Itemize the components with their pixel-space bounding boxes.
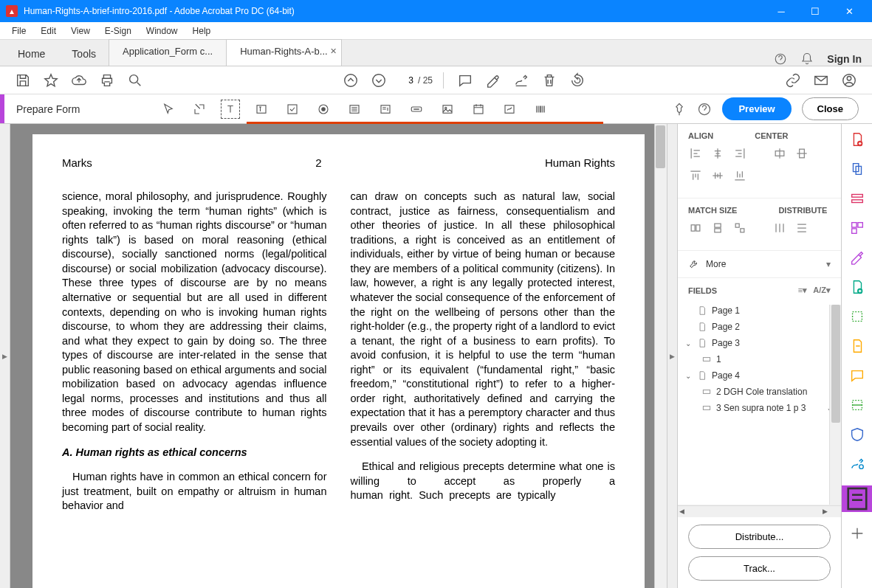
comment-tool-icon[interactable] — [849, 367, 865, 384]
fill-sign-icon[interactable] — [849, 338, 865, 354]
left-panel-toggle[interactable]: ▶ — [0, 124, 10, 588]
more-tools-icon[interactable] — [849, 525, 865, 542]
delete-icon[interactable] — [541, 72, 557, 89]
tree-field[interactable]: 1 — [684, 351, 835, 367]
help-circle-icon[interactable] — [697, 102, 712, 117]
more-options[interactable]: More ▾ — [678, 251, 841, 278]
checkbox-icon[interactable] — [284, 100, 301, 118]
distribute-vert-icon[interactable] — [794, 221, 809, 235]
rotate-icon[interactable] — [569, 72, 586, 89]
organize-icon[interactable] — [849, 220, 865, 236]
menu-edit[interactable]: Edit — [33, 24, 63, 38]
barcode-icon[interactable] — [532, 100, 549, 118]
star-icon[interactable] — [43, 72, 59, 89]
link-icon[interactable] — [785, 72, 801, 89]
doc-scrollbar[interactable] — [654, 124, 667, 588]
search-icon[interactable] — [127, 72, 143, 89]
center-vert-icon[interactable] — [794, 146, 809, 161]
column-2-text-2: Ethical and religious precepts determine… — [351, 460, 616, 503]
sign-icon[interactable] — [513, 72, 529, 89]
text-multiline-icon[interactable] — [253, 100, 270, 118]
document-tab-active[interactable]: Human-Rights-A-b...✕ — [226, 39, 341, 66]
edit-pdf-icon[interactable] — [849, 190, 865, 207]
menu-help[interactable]: Help — [185, 24, 219, 38]
align-center-icon[interactable] — [710, 146, 725, 161]
date-field-icon[interactable] — [470, 100, 487, 118]
menu-file[interactable]: File — [4, 24, 33, 38]
dropdown-icon[interactable] — [377, 100, 394, 118]
create-pdf-icon[interactable] — [849, 131, 865, 148]
preview-button[interactable]: Preview — [722, 97, 791, 120]
signature-field-icon[interactable] — [501, 100, 518, 118]
prepare-form-tool-icon[interactable] — [842, 485, 873, 512]
pin-icon[interactable] — [672, 102, 687, 117]
certify-icon[interactable] — [849, 456, 865, 472]
maximize-button[interactable]: ☐ — [798, 0, 832, 22]
pdf-page: Marks 2 Human Rights science, moral phil… — [32, 134, 645, 588]
svg-point-6 — [847, 76, 851, 80]
tree-page-1[interactable]: Page 1 — [684, 302, 835, 319]
protect-icon[interactable] — [849, 426, 865, 443]
comment-icon[interactable] — [457, 72, 473, 89]
document-tab[interactable]: Application_Form c... — [109, 39, 227, 66]
document-view[interactable]: Marks 2 Human Rights science, moral phil… — [10, 124, 667, 588]
radio-icon[interactable] — [315, 100, 332, 118]
tree-field[interactable]: 2 DGH Cole translation — [684, 384, 835, 400]
menu-view[interactable]: View — [63, 24, 97, 38]
tree-page-2[interactable]: Page 2 — [684, 319, 835, 335]
menu-window[interactable]: Window — [139, 24, 185, 38]
button-field-icon[interactable] — [408, 100, 425, 118]
close-tab-icon[interactable]: ✕ — [330, 46, 337, 56]
center-horiz-icon[interactable] — [772, 146, 787, 161]
menu-esign[interactable]: E-Sign — [97, 24, 139, 38]
page-down-icon[interactable] — [371, 72, 387, 89]
edit-icon[interactable] — [849, 249, 865, 266]
align-bottom-icon[interactable] — [732, 168, 747, 183]
cloud-upload-icon[interactable] — [71, 72, 87, 89]
fields-hscroll[interactable]: ◀▶ — [678, 505, 841, 517]
match-height-icon[interactable] — [710, 221, 725, 235]
minimize-button[interactable]: ─ — [764, 0, 798, 22]
distribute-button[interactable]: Distribute... — [688, 525, 831, 549]
right-panel-toggle[interactable]: ▶ — [667, 124, 677, 588]
crop-icon[interactable] — [849, 308, 865, 325]
select-object-icon[interactable] — [190, 100, 208, 118]
export-pdf-icon[interactable] — [849, 279, 865, 295]
print-icon[interactable] — [99, 72, 115, 89]
match-width-icon[interactable] — [688, 221, 703, 235]
profile-icon[interactable] — [841, 72, 857, 89]
svg-rect-24 — [715, 229, 721, 232]
align-middle-icon[interactable] — [710, 168, 725, 183]
align-right-icon[interactable] — [732, 146, 747, 161]
home-button[interactable]: Home — [4, 42, 58, 66]
svg-point-10 — [322, 107, 326, 111]
align-left-icon[interactable] — [688, 146, 703, 161]
text-field-icon[interactable] — [222, 100, 239, 118]
list-icon[interactable] — [346, 100, 363, 118]
save-icon[interactable] — [15, 72, 31, 89]
sort-icon[interactable]: ≡▾ — [798, 286, 807, 295]
fields-scrollbar[interactable] — [829, 305, 841, 505]
distribute-horiz-icon[interactable] — [772, 221, 787, 235]
bell-icon[interactable] — [800, 52, 814, 66]
align-top-icon[interactable] — [688, 168, 703, 183]
page-number-input[interactable] — [393, 74, 415, 87]
page-up-icon[interactable] — [343, 72, 359, 89]
scan-icon[interactable] — [849, 397, 865, 413]
tree-page-4[interactable]: ⌄Page 4 — [684, 367, 835, 384]
combine-icon[interactable] — [849, 161, 865, 177]
highlight-icon[interactable] — [485, 72, 501, 89]
help-icon[interactable] — [774, 52, 787, 66]
email-icon[interactable] — [813, 72, 829, 89]
sort-az-icon[interactable]: A/Z▾ — [813, 286, 831, 295]
sign-in-button[interactable]: Sign In — [827, 53, 862, 65]
track-button[interactable]: Track... — [688, 556, 831, 581]
match-both-icon[interactable] — [732, 221, 747, 235]
tree-field[interactable]: 3 Sen supra note 1 p 3⌄ — [684, 400, 835, 416]
tree-page-3[interactable]: ⌄Page 3 — [684, 335, 835, 351]
image-field-icon[interactable] — [439, 100, 456, 118]
close-window-button[interactable]: ✕ — [832, 0, 866, 22]
tools-button[interactable]: Tools — [58, 42, 109, 66]
select-tool-icon[interactable] — [159, 100, 177, 118]
close-button[interactable]: Close — [802, 97, 859, 120]
